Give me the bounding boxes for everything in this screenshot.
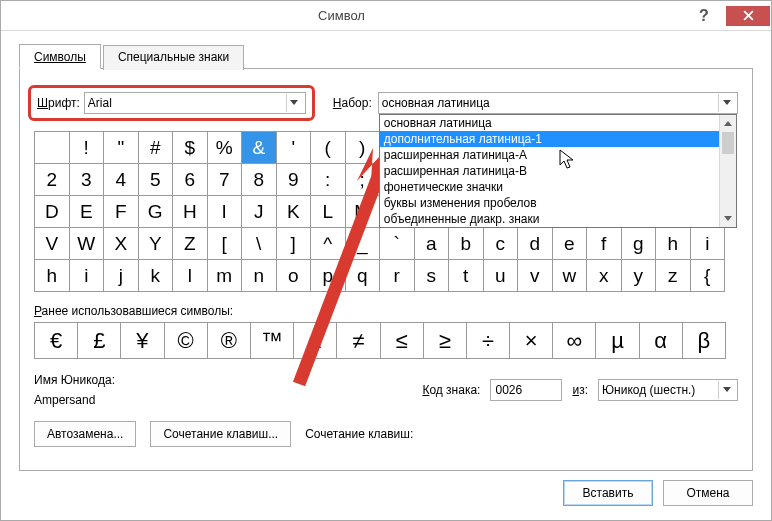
char-cell[interactable]: [ — [208, 228, 243, 260]
char-cell[interactable]: p — [311, 260, 346, 292]
char-cell[interactable]: ^ — [311, 228, 346, 260]
char-cell[interactable]: ' — [277, 132, 312, 164]
char-cell[interactable]: o — [277, 260, 312, 292]
scrollbar[interactable] — [719, 115, 736, 227]
char-cell[interactable]: 3 — [70, 164, 105, 196]
char-cell[interactable]: Y — [139, 228, 174, 260]
char-cell[interactable]: D — [35, 196, 70, 228]
char-cell[interactable]: l — [173, 260, 208, 292]
recent-cell[interactable]: ≥ — [424, 323, 467, 359]
char-cell[interactable]: 5 — [139, 164, 174, 196]
set-combo[interactable]: основная латиница основная латиницадопол… — [378, 92, 738, 114]
set-option[interactable]: расширенная латиница-A — [380, 147, 719, 163]
from-combo[interactable]: Юникод (шестн.) — [598, 379, 738, 401]
char-cell[interactable]: ) — [346, 132, 381, 164]
recent-cell[interactable]: α — [640, 323, 683, 359]
char-cell[interactable]: 2 — [35, 164, 70, 196]
char-cell[interactable]: j — [104, 260, 139, 292]
scroll-down-icon[interactable] — [720, 210, 736, 227]
recent-cell[interactable]: € — [35, 323, 78, 359]
recent-cell[interactable]: ≤ — [381, 323, 424, 359]
char-cell[interactable]: ` — [380, 228, 415, 260]
char-cell[interactable]: b — [449, 228, 484, 260]
code-input[interactable] — [490, 379, 562, 401]
char-cell[interactable]: M — [346, 196, 381, 228]
char-cell[interactable]: i — [70, 260, 105, 292]
char-cell[interactable]: $ — [173, 132, 208, 164]
set-option[interactable]: дополнительная латиница-1 — [380, 131, 719, 147]
char-cell[interactable]: { — [691, 260, 726, 292]
scroll-up-icon[interactable] — [720, 115, 736, 132]
char-cell[interactable]: i — [691, 228, 726, 260]
char-cell[interactable]: 7 — [208, 164, 243, 196]
char-cell[interactable]: u — [484, 260, 519, 292]
tab-symbols[interactable]: Символы — [19, 44, 101, 69]
char-cell[interactable]: : — [311, 164, 346, 196]
char-cell[interactable]: a — [415, 228, 450, 260]
char-cell[interactable]: 4 — [104, 164, 139, 196]
char-cell[interactable]: y — [622, 260, 657, 292]
recent-cell[interactable]: © — [165, 323, 208, 359]
char-cell[interactable]: h — [656, 228, 691, 260]
char-cell[interactable]: J — [242, 196, 277, 228]
char-cell[interactable]: _ — [346, 228, 381, 260]
char-cell[interactable]: r — [380, 260, 415, 292]
recent-cell[interactable]: £ — [78, 323, 121, 359]
set-option[interactable]: буквы изменения пробелов — [380, 195, 719, 211]
tab-special[interactable]: Специальные знаки — [103, 45, 244, 70]
recent-cell[interactable]: β — [683, 323, 726, 359]
close-button[interactable] — [726, 6, 770, 26]
char-cell[interactable]: 6 — [173, 164, 208, 196]
scroll-thumb[interactable] — [722, 132, 734, 154]
char-cell[interactable]: L — [311, 196, 346, 228]
char-cell[interactable]: k — [139, 260, 174, 292]
char-cell[interactable]: E — [70, 196, 105, 228]
recent-cell[interactable]: ¥ — [121, 323, 164, 359]
font-combo[interactable]: Arial — [84, 92, 306, 114]
char-cell[interactable]: x — [587, 260, 622, 292]
recent-cell[interactable]: ® — [208, 323, 251, 359]
char-cell[interactable]: z — [656, 260, 691, 292]
char-cell[interactable]: g — [622, 228, 657, 260]
char-cell[interactable]: G — [139, 196, 174, 228]
char-cell[interactable]: ( — [311, 132, 346, 164]
char-cell[interactable]: \ — [242, 228, 277, 260]
recent-cell[interactable]: ™ — [251, 323, 294, 359]
help-button[interactable]: ? — [682, 6, 726, 26]
char-cell[interactable]: c — [484, 228, 519, 260]
set-option[interactable]: основная латиница — [380, 115, 719, 131]
char-cell[interactable]: t — [449, 260, 484, 292]
recent-cell[interactable]: µ — [596, 323, 639, 359]
autocorrect-button[interactable]: Автозамена... — [34, 421, 136, 447]
char-cell[interactable]: q — [346, 260, 381, 292]
recent-cell[interactable]: ± — [294, 323, 337, 359]
char-cell[interactable]: s — [415, 260, 450, 292]
shortcut-button[interactable]: Сочетание клавиш... — [150, 421, 291, 447]
char-cell[interactable]: X — [104, 228, 139, 260]
recent-cell[interactable]: ÷ — [467, 323, 510, 359]
char-cell[interactable]: 9 — [277, 164, 312, 196]
char-cell[interactable]: # — [139, 132, 174, 164]
recent-cell[interactable]: ∞ — [553, 323, 596, 359]
char-cell[interactable]: e — [553, 228, 588, 260]
char-cell[interactable]: w — [553, 260, 588, 292]
char-cell[interactable]: ] — [277, 228, 312, 260]
char-cell[interactable]: % — [208, 132, 243, 164]
char-cell[interactable]: F — [104, 196, 139, 228]
char-cell[interactable]: " — [104, 132, 139, 164]
char-cell[interactable]: V — [35, 228, 70, 260]
cancel-button[interactable]: Отмена — [663, 480, 753, 506]
char-cell[interactable]: ; — [346, 164, 381, 196]
set-option[interactable]: объединенные диакр. знаки — [380, 211, 719, 227]
char-cell[interactable]: I — [208, 196, 243, 228]
char-cell[interactable]: Z — [173, 228, 208, 260]
recent-cell[interactable]: ≠ — [337, 323, 380, 359]
char-cell[interactable]: f — [587, 228, 622, 260]
set-option[interactable]: фонетические значки — [380, 179, 719, 195]
char-cell[interactable]: W — [70, 228, 105, 260]
char-cell[interactable]: H — [173, 196, 208, 228]
char-cell[interactable]: d — [518, 228, 553, 260]
char-cell[interactable]: n — [242, 260, 277, 292]
set-option[interactable]: расширенная латиница-B — [380, 163, 719, 179]
char-cell[interactable]: h — [35, 260, 70, 292]
